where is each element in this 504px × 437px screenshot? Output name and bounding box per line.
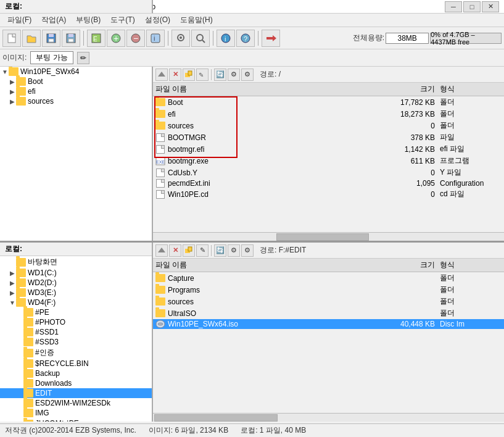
local-file-row-4[interactable]: Win10PE_SWx64.iso 40,448 KB Disc Im (153, 319, 504, 329)
file-row-0[interactable]: Boot 17,782 KB 폴더 (153, 96, 504, 108)
file-row-8[interactable]: Win10PE.cd 0 cd 파일 (153, 188, 504, 200)
toolbar-btn-save[interactable] (42, 30, 60, 47)
iso-hscroll[interactable] (153, 232, 504, 241)
local-tree-backup[interactable]: Backup (0, 368, 152, 378)
toolbar-btn-info[interactable]: i (217, 30, 235, 47)
tree-toggle-wd3e[interactable]: ▶ (9, 289, 16, 296)
file-row-6[interactable]: CdUsb.Y 0 Y 파일 (153, 167, 504, 178)
toolbar-btn-open[interactable] (22, 30, 41, 47)
close-button[interactable]: ✕ (482, 1, 499, 12)
local-tree-ssd3[interactable]: #SSD3 (0, 337, 152, 347)
tree-item-efi[interactable]: ▶ efi (0, 86, 152, 96)
tree-toggle-boot[interactable]: ▶ (9, 78, 16, 85)
file-size-7: 1,095 (384, 179, 440, 188)
file-row-7[interactable]: pecmdExt.ini 1,095 Configuration (153, 178, 504, 188)
toolbar-btn-extract[interactable]: E (87, 30, 105, 47)
toolbar-btn-exit[interactable] (262, 30, 280, 47)
svg-text:i: i (225, 35, 226, 43)
local-tree-img[interactable]: IMG (0, 408, 152, 418)
file-row-1[interactable]: efi 18,273 KB 폴더 (153, 108, 504, 120)
file-row-5[interactable]: EXE bootmgr.exe 611 KB 프로그램 (153, 155, 504, 167)
local-file-type-3: 폴더 (440, 308, 502, 318)
local-tree-proof[interactable]: #인증 (0, 347, 152, 359)
local-tree-ssd1[interactable]: #SSD1 (0, 327, 152, 337)
iso-toolbar-btn-up[interactable] (155, 69, 168, 81)
local-file-row-3[interactable]: UltraISO 폴더 (153, 307, 504, 319)
local-toolbar-btn-new[interactable] (183, 244, 195, 257)
tree-item-sources[interactable]: ▶ sources (0, 96, 152, 106)
total-label: 전체용량: (353, 33, 384, 43)
local-tree-edit[interactable]: EDIT (0, 388, 152, 398)
tree-label-recycle: $RECYCLE.BIN (35, 359, 89, 368)
tree-toggle-wd2d[interactable]: ▶ (9, 279, 16, 286)
toolbar-btn-saveas[interactable] (62, 30, 80, 47)
tree-label-edit: EDIT (35, 389, 52, 397)
iso-toolbar-btn-del[interactable]: ✕ (169, 69, 181, 81)
toolbar-btn-new[interactable] (2, 30, 21, 47)
svg-text:E: E (93, 36, 97, 43)
tree-item-boot[interactable]: ▶ Boot (0, 77, 152, 86)
local-file-row-1[interactable]: Programs 폴더 (153, 284, 504, 296)
local-tree-wd1c[interactable]: ▶ WD1(C:) (0, 268, 152, 278)
iso-toolbar-btn-prop2[interactable]: ⚙ (241, 69, 254, 81)
local-file-row-2[interactable]: sources 폴더 (153, 296, 504, 307)
local-toolbar-btn-del[interactable]: ✕ (169, 244, 181, 257)
local-toolbar-btn-ren[interactable]: ✎ (196, 244, 209, 257)
tree-toggle-wd4f[interactable]: ▼ (9, 299, 16, 306)
iso-toolbar-btn-ref[interactable]: 🔄 (214, 69, 226, 81)
image-edit-button[interactable]: ✏ (77, 52, 89, 64)
tree-toggle-efi[interactable]: ▶ (9, 88, 16, 95)
local-tree-pe[interactable]: #PE (0, 307, 152, 317)
local-tree-wd3e[interactable]: ▶ WD3(E:) (0, 288, 152, 298)
minimize-button[interactable]: ─ (445, 1, 462, 12)
local-toolbar-btn-ref[interactable]: 🔄 (214, 244, 226, 257)
tree-item-label-efi: efi (28, 87, 36, 96)
local-tree-바탕화면[interactable]: 바탕화면 (0, 256, 152, 268)
file-row-3[interactable]: BOOTMGR 378 KB 파일 (153, 131, 504, 143)
maximize-button[interactable]: □ (463, 1, 481, 12)
tree-toggle-root[interactable]: ▼ (1, 68, 9, 75)
local-tree-recycle[interactable]: $RECYCLE.BIN (0, 359, 152, 368)
menu-settings[interactable]: 설정(O) (140, 14, 175, 27)
tree-label-wd1c: WD1(C:) (28, 268, 57, 277)
local-file-icon-4 (155, 320, 165, 328)
local-toolbar-btn-prop2[interactable]: ⚙ (241, 244, 254, 257)
menu-boot[interactable]: 부팅(B) (71, 14, 105, 27)
local-file-type-2: 폴더 (440, 296, 502, 307)
iso-toolbar-btn-ren[interactable]: ✎ (196, 69, 209, 81)
local-file-row-0[interactable]: Capture 폴더 (153, 272, 504, 284)
local-tree-jucom[interactable]: JUCOM님PE (0, 418, 152, 422)
tree-item-label-boot: Boot (28, 77, 43, 86)
local-tree-wd2d[interactable]: ▶ WD2(D:) (0, 278, 152, 288)
menu-file[interactable]: 파일(F) (2, 14, 36, 27)
toolbar-btn-help[interactable]: ? (236, 30, 255, 47)
menu-work[interactable]: 작업(A) (36, 14, 71, 27)
local-tree-wd4f[interactable]: ▼ WD4(F:) (0, 298, 152, 307)
tree-item-label-root: Win10PE_SWx64 (20, 67, 79, 76)
local-tree-downloads[interactable]: Downloads (0, 378, 152, 388)
tree-item-root[interactable]: ▼ Win10PE_SWx64 (0, 67, 152, 77)
file-row-4[interactable]: bootmgr.efi 1,142 KB efi 파일 (153, 143, 504, 155)
toolbar-btn-t1[interactable] (171, 30, 190, 47)
tree-toggle-sources[interactable]: ▶ (9, 98, 16, 105)
toolbar-btn-prop[interactable]: i (146, 30, 165, 47)
local-hscroll[interactable] (153, 413, 504, 422)
file-row-2[interactable]: sources 0 폴더 (153, 120, 504, 131)
iso-hscroll-thumb[interactable] (276, 233, 369, 241)
tree-toggle-wd1c[interactable]: ▶ (9, 269, 16, 277)
file-type-3: 파일 (440, 132, 502, 143)
tree-label-jucom: JUCOM님PE (35, 418, 79, 422)
toolbar-btn-add[interactable]: + (107, 30, 125, 47)
toolbar-btn-t2[interactable] (191, 30, 210, 47)
local-toolbar-btn-prop1[interactable]: ⚙ (228, 244, 240, 257)
tree-folder-icon-boot (16, 77, 26, 86)
local-tree-esd2wim[interactable]: ESD2WIM-WIM2ESDk (0, 398, 152, 408)
local-hscroll-thumb[interactable] (154, 414, 278, 422)
iso-toolbar-btn-new[interactable] (183, 69, 195, 81)
toolbar-btn-remove[interactable]: − (126, 30, 145, 47)
local-toolbar-btn-up[interactable] (155, 244, 168, 257)
menu-help[interactable]: 도움말(H) (175, 14, 218, 27)
local-tree-photo[interactable]: #PHOTO (0, 317, 152, 327)
menu-tool[interactable]: 도구(T) (105, 14, 139, 27)
iso-toolbar-btn-prop1[interactable]: ⚙ (228, 69, 240, 81)
